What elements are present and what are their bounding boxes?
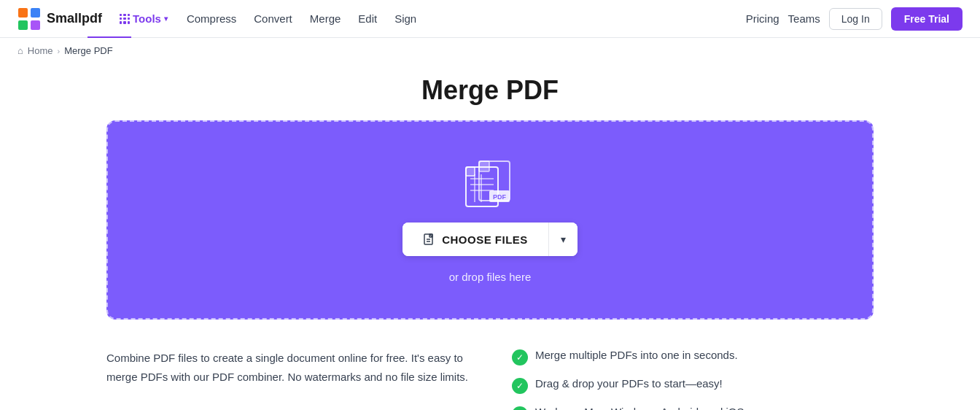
choose-files-label: CHOOSE FILES [442, 233, 528, 246]
check-icon-2: ✓ [512, 378, 528, 394]
teams-link[interactable]: Teams [788, 12, 820, 25]
dropzone[interactable]: PDF CHOOSE FILES ▾ or drop files here [106, 120, 874, 320]
free-trial-button[interactable]: Free Trial [891, 7, 962, 31]
logo-icon [18, 7, 41, 31]
header: Smallpdf Tools ▾ Compress Convert Merge … [0, 0, 980, 38]
check-icon-3: ✓ [512, 406, 528, 410]
check-icon-1: ✓ [512, 349, 528, 365]
features-description: Combine PDF files to create a single doc… [106, 349, 468, 410]
breadcrumb: ⌂ Home › Merge PDF [0, 38, 980, 63]
feature-text-2: Drag & drop your PDFs to start—easy! [535, 377, 723, 390]
tools-label: Tools [133, 12, 161, 25]
breadcrumb-home[interactable]: Home [28, 45, 53, 56]
home-icon: ⌂ [18, 45, 23, 56]
nav-sign[interactable]: Sign [387, 9, 424, 28]
svg-rect-0 [18, 8, 28, 18]
choose-files-button[interactable]: CHOOSE FILES [402, 223, 548, 256]
file-upload-icon [423, 233, 436, 246]
drop-text: or drop files here [449, 271, 532, 283]
feature-item-2: ✓ Drag & drop your PDFs to start—easy! [512, 377, 874, 394]
tools-menu-button[interactable]: Tools ▾ [114, 9, 174, 28]
nav-convert[interactable]: Convert [246, 9, 300, 28]
pricing-link[interactable]: Pricing [746, 12, 779, 25]
svg-rect-12 [466, 167, 475, 176]
logo-text: Smallpdf [47, 11, 102, 26]
svg-rect-2 [18, 20, 28, 30]
breadcrumb-separator: › [58, 47, 61, 55]
svg-text:PDF: PDF [493, 193, 507, 201]
feature-item-1: ✓ Merge multiple PDFs into one in second… [512, 349, 874, 365]
features-section: Combine PDF files to create a single doc… [106, 343, 874, 410]
chevron-down-icon: ▾ [164, 15, 168, 23]
breadcrumb-current: Merge PDF [64, 45, 112, 56]
description-text: Combine PDF files to create a single doc… [106, 349, 468, 386]
main-content: Merge PDF PDF [89, 75, 891, 410]
page-title: Merge PDF [106, 75, 874, 106]
nav-edit[interactable]: Edit [351, 9, 384, 28]
nav-merge[interactable]: Merge [303, 9, 349, 28]
logo-link[interactable]: Smallpdf [18, 7, 102, 31]
login-button[interactable]: Log In [829, 8, 882, 30]
feature-text-1: Merge multiple PDFs into one in seconds. [535, 349, 738, 361]
choose-files-dropdown-button[interactable]: ▾ [549, 223, 578, 256]
grid-icon [120, 14, 130, 24]
svg-rect-3 [31, 20, 40, 30]
nav-links: Compress Convert Merge Edit Sign [179, 9, 424, 28]
feature-text-3: Works on Mac, Windows, Android, and iOS. [535, 406, 747, 410]
pdf-icon-illustration: PDF [457, 157, 523, 208]
header-right: Pricing Teams Log In Free Trial [746, 7, 962, 31]
svg-rect-1 [31, 8, 40, 18]
features-list: ✓ Merge multiple PDFs into one in second… [512, 349, 874, 410]
choose-files-container: CHOOSE FILES ▾ [402, 223, 578, 256]
feature-item-3: ✓ Works on Mac, Windows, Android, and iO… [512, 406, 874, 410]
nav-compress[interactable]: Compress [179, 9, 244, 28]
